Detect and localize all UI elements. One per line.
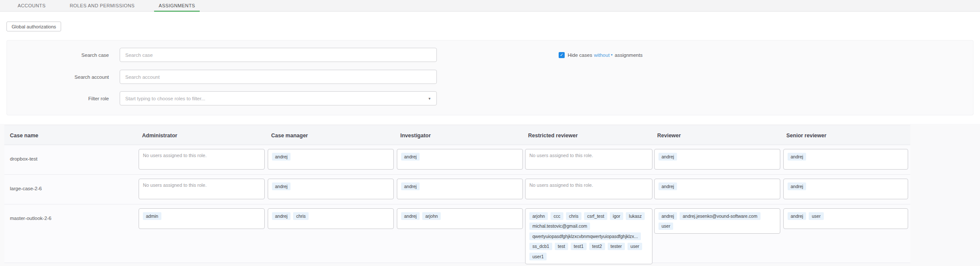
user-tag[interactable]: csrf_test (584, 212, 607, 220)
user-tag[interactable]: andrej (788, 212, 806, 220)
caret-down-icon[interactable]: ▾ (611, 53, 612, 57)
filter-role-row: Filter role ▼ (7, 91, 437, 105)
tab-accounts[interactable]: ACCOUNTS (13, 0, 50, 12)
empty-role-placeholder: No users assigned to this role. (143, 182, 207, 188)
filter-role-label: Filter role (7, 96, 120, 101)
user-tag[interactable]: andrej (658, 212, 677, 220)
user-tag[interactable]: michal.testovic@gmail.com (529, 223, 590, 230)
user-tag[interactable]: ccc (550, 212, 563, 220)
column-header-administrator: Administrator (142, 125, 177, 145)
user-tag[interactable]: arjohn (529, 212, 548, 220)
search-case-row: Search case (7, 48, 437, 62)
user-tag[interactable]: andrej (401, 182, 420, 190)
assignment-box[interactable]: andrejarjohn (397, 208, 523, 229)
assignment-box[interactable]: andrej (397, 149, 523, 170)
user-tag[interactable]: andrej.jesenko@vound-software.com (680, 212, 761, 220)
user-tag[interactable]: andrej (788, 182, 806, 190)
global-authorizations-button[interactable]: Global authorizations (6, 22, 61, 31)
role-cell: admin (139, 208, 265, 229)
user-tag[interactable]: andrej (658, 182, 677, 190)
column-header-reviewer: Reviewer (657, 125, 681, 145)
search-account-label: Search account (7, 74, 120, 80)
role-cell: andrejuser (783, 208, 908, 229)
column-header-restricted-reviewer: Restricted reviewer (528, 125, 578, 145)
assignment-box[interactable]: andrejuser (783, 208, 908, 229)
assignment-box[interactable]: No users assigned to this role. (139, 179, 265, 199)
assignment-box[interactable]: admin (139, 208, 265, 229)
search-case-input[interactable] (120, 48, 437, 62)
hide-cases-mode-link[interactable]: without (594, 53, 609, 58)
checkmark-icon: ✓ (560, 53, 563, 57)
role-cell: andrej (397, 149, 523, 170)
user-tag[interactable]: qwertyuiopasdfghjklzxcvbnmqwertyuiopasdf… (529, 232, 641, 240)
hide-cases-label-after: assignments (615, 53, 643, 58)
assignment-box[interactable]: andrej (783, 179, 908, 199)
assignment-box[interactable]: No users assigned to this role. (139, 149, 265, 170)
table-row: master-outlook-2-6adminandrejchrisandrej… (4, 204, 910, 263)
user-tag[interactable]: arjohn (422, 212, 441, 220)
user-tag[interactable]: admin (143, 212, 161, 220)
user-tag[interactable]: user (628, 243, 642, 251)
case-name: large-case-2-6 (10, 186, 42, 191)
role-cell: No users assigned to this role. (139, 149, 265, 170)
assignment-box[interactable]: No users assigned to this role. (525, 149, 652, 170)
user-tag[interactable]: lukasz (626, 212, 645, 220)
user-tag[interactable]: user1 (529, 253, 547, 260)
user-tag[interactable]: test1 (571, 243, 587, 251)
user-tag[interactable]: andrej (272, 153, 291, 161)
column-header-case-manager: Case manager (271, 125, 308, 145)
role-cell: No users assigned to this role. (525, 179, 652, 199)
user-tag[interactable]: andrej (272, 182, 291, 190)
user-tag[interactable]: user (658, 223, 673, 230)
assignment-box[interactable]: No users assigned to this role. (525, 179, 652, 199)
user-tag[interactable]: test2 (589, 243, 605, 251)
role-cell: arjohncccchriscsrf_testigorlukaszmichal.… (525, 208, 652, 264)
assignment-box[interactable]: andrej (268, 179, 394, 199)
user-tag[interactable]: andrej (401, 153, 420, 161)
search-account-input[interactable] (120, 70, 437, 84)
assignment-box[interactable]: andrej (268, 149, 394, 170)
assignment-box[interactable]: andrejchris (268, 208, 394, 229)
column-header-case-name: Case name (10, 125, 38, 145)
case-name: master-outlook-2-6 (10, 216, 52, 221)
user-tag[interactable]: chris (566, 212, 581, 220)
user-tag[interactable]: andrej (272, 212, 291, 220)
user-tag[interactable]: user (809, 212, 823, 220)
assignment-box[interactable]: andrej (783, 149, 908, 170)
assignment-box[interactable]: andrej (654, 179, 780, 199)
tab-assignments[interactable]: ASSIGNMENTS (154, 0, 200, 12)
hide-cases-label-before: Hide cases (568, 53, 592, 58)
tab-roles-and-permissions[interactable]: ROLES AND PERMISSIONS (65, 0, 139, 12)
role-cell: andrejarjohn (397, 208, 523, 229)
assignment-box[interactable]: andrejandrej.jesenko@vound-software.comu… (654, 208, 780, 234)
assignment-box[interactable]: arjohncccchriscsrf_testigorlukaszmichal.… (525, 208, 652, 264)
assignment-box[interactable]: andrej (654, 149, 780, 170)
role-cell: andrejandrej.jesenko@vound-software.comu… (654, 208, 780, 234)
role-cell: andrej (783, 179, 908, 199)
user-tag[interactable]: igor (610, 212, 624, 220)
table-row: dropbox-testNo users assigned to this ro… (4, 145, 910, 175)
user-tag[interactable]: test (555, 243, 568, 251)
user-tag[interactable]: tester (608, 243, 625, 251)
table-body: dropbox-testNo users assigned to this ro… (4, 145, 910, 263)
role-cell: andrej (397, 179, 523, 199)
user-tag[interactable]: andrej (658, 153, 677, 161)
role-cell: No users assigned to this role. (525, 149, 652, 170)
role-cell: andrej (268, 149, 394, 170)
empty-role-placeholder: No users assigned to this role. (529, 153, 593, 158)
hide-cases-control: ✓ Hide cases without ▾ assignments (559, 48, 643, 62)
caret-down-icon[interactable]: ▼ (428, 96, 431, 100)
role-cell: andrej (654, 179, 780, 199)
filter-role-input[interactable] (120, 91, 437, 105)
user-tag[interactable]: andrej (788, 153, 806, 161)
role-cell: andrej (268, 179, 394, 199)
role-cell: andrejchris (268, 208, 394, 229)
role-cell: No users assigned to this role. (139, 179, 265, 199)
assignment-box[interactable]: andrej (397, 179, 523, 199)
user-tag[interactable]: ss_dcb1 (529, 243, 552, 251)
user-tag[interactable]: andrej (401, 212, 420, 220)
column-header-senior-reviewer: Senior reviewer (786, 125, 826, 145)
role-cell: andrej (654, 149, 780, 170)
hide-cases-checkbox[interactable]: ✓ (559, 52, 565, 58)
user-tag[interactable]: chris (293, 212, 309, 220)
